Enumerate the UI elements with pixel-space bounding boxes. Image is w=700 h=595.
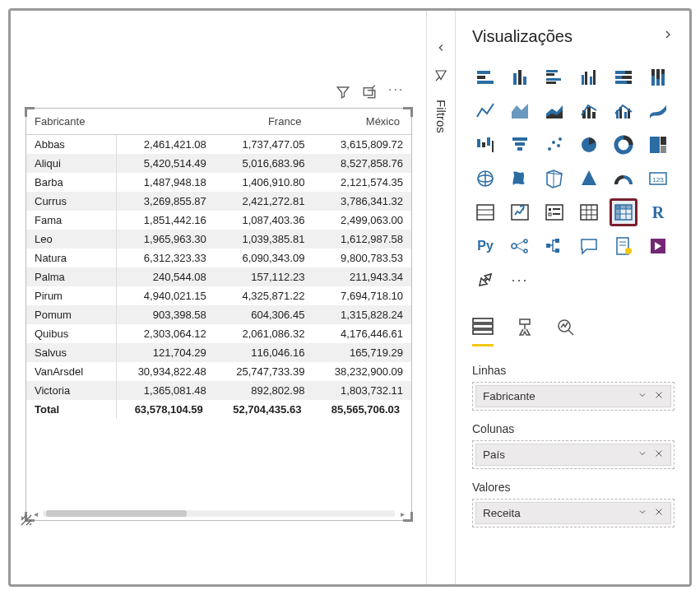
remove-field-icon[interactable]	[654, 390, 664, 402]
scroll-thumb[interactable]	[46, 510, 187, 517]
viz-table-icon[interactable]	[576, 199, 602, 225]
viz-clustered-column-icon[interactable]	[576, 64, 602, 91]
more-options-icon[interactable]: ···	[388, 85, 403, 100]
viz-stacked-bar-icon[interactable]	[472, 64, 498, 91]
tab-fields[interactable]	[472, 318, 494, 346]
viz-pie-icon[interactable]	[576, 132, 602, 158]
remove-field-icon[interactable]	[654, 507, 664, 519]
viz-map-icon[interactable]	[472, 165, 498, 192]
viz-python-visual-icon[interactable]: Py	[472, 233, 498, 259]
viz-stacked-area-icon[interactable]	[541, 98, 568, 124]
col-header-mexico[interactable]: México	[313, 109, 411, 135]
col-header-blank[interactable]	[116, 109, 215, 135]
table-row[interactable]: Palma240,544.08157,112.23211,943.34	[26, 267, 411, 286]
expand-filters-icon[interactable]	[435, 42, 447, 57]
viz-shape-map-icon[interactable]	[541, 165, 568, 192]
report-canvas[interactable]: ··· Fabricante France México	[11, 11, 426, 584]
viz-power-apps-icon[interactable]	[645, 233, 671, 259]
viz-ribbon-icon[interactable]	[645, 98, 671, 124]
row-label[interactable]: Leo	[26, 230, 116, 249]
viz-treemap-icon[interactable]	[645, 132, 671, 158]
row-label[interactable]: VanArsdel	[26, 362, 116, 381]
resize-corner-icon[interactable]	[20, 514, 33, 527]
values-field-pill[interactable]: Receita	[475, 502, 671, 524]
chevron-down-icon[interactable]	[637, 507, 647, 519]
row-label[interactable]: Currus	[26, 192, 116, 211]
viz-slicer-icon[interactable]	[541, 199, 568, 225]
viz-gauge-icon[interactable]	[610, 165, 637, 192]
table-row[interactable]: Fama1,851,442.161,087,403.362,499,063.00	[26, 211, 411, 230]
table-row[interactable]: Aliqui5,420,514.495,016,683.968,527,858.…	[26, 154, 411, 173]
filters-pane-collapsed[interactable]: Filtros	[426, 11, 456, 584]
viz-qna-icon[interactable]	[576, 233, 602, 259]
row-label[interactable]: Fama	[26, 211, 116, 230]
columns-well[interactable]: País	[472, 440, 675, 469]
row-label[interactable]: Natura	[26, 249, 116, 267]
viz-decomposition-tree-icon[interactable]	[541, 233, 568, 259]
table-row[interactable]: VanArsdel30,934,822.4825,747,733.3938,23…	[26, 362, 411, 381]
viz-funnel-icon[interactable]	[507, 132, 533, 158]
table-row[interactable]: Quibus2,303,064.122,061,086.324,176,446.…	[26, 324, 411, 343]
viz-azure-map-icon[interactable]	[576, 165, 602, 192]
viz-clustered-bar-icon[interactable]	[541, 64, 568, 91]
chevron-down-icon[interactable]	[637, 390, 647, 402]
rows-field-pill[interactable]: Fabricante	[475, 385, 671, 407]
columns-field-pill[interactable]: País	[475, 444, 671, 466]
row-label[interactable]: Pirum	[26, 286, 116, 305]
viz-hundred-column-icon[interactable]	[645, 64, 671, 91]
horizontal-scrollbar[interactable]: ◂ ▸	[31, 509, 406, 518]
table-row[interactable]: Salvus121,704.29116,046.16165,719.29	[26, 343, 411, 362]
row-label[interactable]: Salvus	[26, 343, 116, 362]
viz-donut-icon[interactable]	[610, 132, 637, 158]
viz-waterfall-icon[interactable]	[472, 132, 498, 158]
viz-paginated-icon[interactable]	[610, 233, 637, 259]
table-row[interactable]: Abbas2,461,421.081,737,477.053,615,809.7…	[26, 135, 411, 155]
viz-more-options-icon[interactable]: ···	[507, 267, 533, 293]
viz-stacked-column-icon[interactable]	[507, 64, 533, 91]
table-row[interactable]: Currus3,269,855.872,421,272.813,786,341.…	[26, 192, 411, 211]
filter-icon[interactable]	[336, 85, 350, 100]
table-row[interactable]: Leo1,965,963.301,039,385.811,612,987.58	[26, 230, 411, 249]
chevron-down-icon[interactable]	[637, 449, 647, 461]
table-row[interactable]: Barba1,487,948.181,406,910.802,121,574.3…	[26, 173, 411, 192]
matrix-visual[interactable]: Fabricante France México Abbas2,461,421.…	[25, 108, 412, 521]
row-label[interactable]: Abbas	[26, 135, 116, 155]
viz-line-clustered-col-icon[interactable]	[610, 98, 637, 124]
viz-get-more-icon[interactable]	[472, 267, 498, 293]
row-header-label[interactable]: Fabricante	[26, 109, 116, 135]
viz-line-stacked-col-icon[interactable]	[576, 98, 602, 124]
viz-line-icon[interactable]	[472, 98, 498, 124]
scroll-right-icon[interactable]: ▸	[398, 509, 406, 518]
row-label[interactable]: Aliqui	[26, 154, 116, 173]
tab-format[interactable]	[515, 318, 535, 346]
tab-analytics[interactable]	[556, 318, 576, 346]
table-row[interactable]: Victoria1,365,081.48892,802.981,803,732.…	[26, 381, 411, 400]
col-header-france[interactable]: France	[215, 109, 313, 135]
scroll-track[interactable]	[43, 510, 395, 517]
resize-handle-tl[interactable]	[25, 107, 35, 117]
remove-field-icon[interactable]	[654, 449, 664, 461]
collapse-pane-icon[interactable]	[661, 28, 675, 45]
table-row[interactable]: Pomum903,398.58604,306.451,315,828.24	[26, 305, 411, 324]
viz-kpi-icon[interactable]	[507, 199, 533, 225]
viz-filled-map-icon[interactable]	[507, 165, 533, 192]
viz-card-icon[interactable]: 123	[645, 165, 671, 192]
table-row[interactable]: Pirum4,940,021.154,325,871.227,694,718.1…	[26, 286, 411, 305]
focus-mode-icon[interactable]	[362, 85, 377, 100]
table-row[interactable]: Natura6,312,323.336,090,343.099,800,783.…	[26, 249, 411, 267]
viz-r-visual-icon[interactable]: R	[645, 199, 671, 225]
viz-area-icon[interactable]	[507, 98, 533, 124]
row-label[interactable]: Victoria	[26, 381, 116, 400]
row-label[interactable]: Palma	[26, 267, 116, 286]
row-label[interactable]: Pomum	[26, 305, 116, 324]
resize-handle-tr[interactable]	[403, 107, 413, 117]
viz-hundred-bar-icon[interactable]	[610, 64, 637, 91]
viz-key-influencers-icon[interactable]	[507, 233, 533, 259]
values-well[interactable]: Receita	[472, 499, 675, 528]
row-label[interactable]: Quibus	[26, 324, 116, 343]
row-label[interactable]: Barba	[26, 173, 116, 192]
rows-well[interactable]: Fabricante	[472, 382, 675, 411]
viz-multirow-card-icon[interactable]	[472, 199, 498, 225]
viz-scatter-icon[interactable]	[541, 132, 568, 158]
viz-matrix-icon[interactable]	[610, 199, 637, 225]
